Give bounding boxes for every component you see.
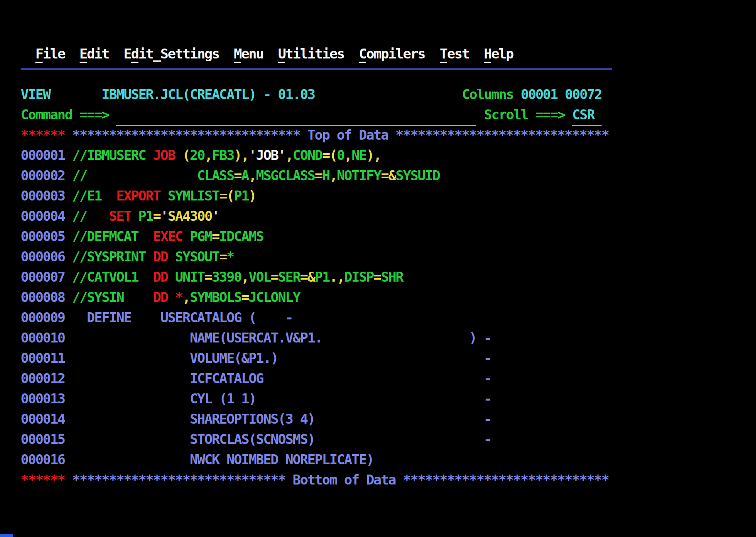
code-token[interactable]: EXEC: [153, 228, 183, 244]
code-token[interactable]: =: [241, 289, 248, 305]
menu-item-test[interactable]: Test: [440, 46, 469, 63]
line-content[interactable]: // SET P1='SA4300': [72, 206, 219, 226]
line-number[interactable]: 000001: [21, 145, 65, 165]
code-token[interactable]: JOB: [153, 147, 175, 163]
code-token[interactable]: ,: [344, 147, 351, 163]
code-token[interactable]: 20: [190, 147, 205, 163]
mnemonic-underline[interactable]: H: [484, 46, 491, 63]
line-content[interactable]: NAME(USERCAT.V&P1. ) -: [72, 328, 491, 348]
line-content[interactable]: //SYSIN DD *,SYMBOLS=JCLONLY: [72, 287, 300, 307]
line-content[interactable]: VOLUME(&P1.) -: [72, 348, 491, 368]
code-token[interactable]: SYMLIST: [160, 188, 219, 204]
code-token[interactable]: ': [249, 147, 256, 163]
code-token[interactable]: CLASS: [197, 167, 234, 183]
code-token[interactable]: ,: [182, 289, 189, 305]
code-token[interactable]: =: [153, 208, 160, 224]
code-token[interactable]: =: [374, 269, 381, 285]
line-content[interactable]: //E1 EXPORT SYMLIST=(P1): [72, 186, 256, 206]
code-token[interactable]: JOB: [256, 147, 278, 163]
line-number[interactable]: 000010: [21, 328, 65, 348]
line-content[interactable]: NWCK NOIMBED NOREPLICATE): [72, 449, 373, 470]
code-token[interactable]: UNIT: [168, 269, 204, 285]
code-token[interactable]: =: [205, 269, 212, 285]
code-token[interactable]: SA4300: [168, 208, 212, 224]
scroll-value-field[interactable]: CSR: [572, 105, 602, 126]
code-token[interactable]: 3390: [212, 269, 241, 285]
code-token[interactable]: EXPORT: [116, 188, 160, 204]
line-number[interactable]: 000008: [21, 287, 65, 307]
code-token[interactable]: =: [219, 249, 226, 265]
line-content[interactable]: STORCLAS(SCNOSMS) -: [72, 429, 491, 449]
menu-item-edit[interactable]: Edit: [80, 46, 109, 63]
line-number[interactable]: 000014: [21, 409, 65, 429]
code-token[interactable]: (: [226, 188, 234, 204]
line-number[interactable]: 000005: [21, 226, 65, 247]
code-token[interactable]: //: [72, 167, 197, 183]
code-token[interactable]: //IBMUSERC: [72, 147, 153, 163]
code-token[interactable]: SER: [278, 269, 300, 285]
code-token[interactable]: VOLUME(&P1.) -: [72, 350, 491, 366]
code-token[interactable]: ),: [366, 147, 381, 163]
mnemonic-underline[interactable]: E: [80, 46, 87, 63]
code-token[interactable]: NAME(USERCAT.V&P1. ) -: [72, 330, 491, 346]
code-token[interactable]: =: [381, 167, 388, 183]
code-token[interactable]: ,: [241, 269, 248, 285]
code-token[interactable]: ),: [234, 147, 249, 163]
code-token[interactable]: IDCAMS: [219, 228, 263, 244]
line-content[interactable]: //DEFMCAT EXEC PGM=IDCAMS: [72, 226, 263, 247]
code-token[interactable]: (: [329, 147, 337, 163]
code-token[interactable]: ': [278, 147, 285, 163]
code-token[interactable]: =: [212, 228, 219, 244]
line-number[interactable]: 000009: [21, 307, 65, 328]
code-token[interactable]: //: [72, 208, 109, 224]
code-token[interactable]: [168, 289, 175, 305]
code-token[interactable]: DD: [153, 249, 168, 265]
code-token[interactable]: FB3: [212, 147, 234, 163]
mnemonic-underline[interactable]: C: [359, 46, 366, 63]
code-token[interactable]: PGM: [182, 228, 212, 244]
code-token[interactable]: //DEFMCAT: [72, 228, 153, 244]
code-token[interactable]: *: [175, 289, 182, 305]
line-content[interactable]: DEFINE USERCATALOG ( -: [72, 307, 292, 328]
line-number[interactable]: 000002: [21, 165, 65, 186]
code-token[interactable]: DEFINE USERCATALOG ( -: [72, 309, 292, 325]
code-token[interactable]: //SYSIN: [72, 289, 153, 305]
line-content[interactable]: ICFCATALOG -: [72, 368, 491, 389]
code-token[interactable]: DD: [153, 269, 168, 285]
mnemonic-underline[interactable]: U: [278, 46, 285, 63]
code-token[interactable]: DISP: [344, 269, 374, 285]
code-token[interactable]: =: [234, 167, 241, 183]
menu-item-edit-settings[interactable]: Edit_Settings: [124, 46, 219, 63]
code-token[interactable]: ': [160, 208, 168, 224]
mnemonic-underline[interactable]: d: [131, 46, 138, 63]
line-content[interactable]: //CATVOL1 DD UNIT=3390,VOL=SER=&P1.,DISP…: [72, 267, 403, 287]
code-token[interactable]: =: [271, 269, 278, 285]
line-number[interactable]: 000011: [21, 348, 65, 368]
code-token[interactable]: H: [322, 167, 329, 183]
code-token[interactable]: (: [182, 147, 189, 163]
code-token[interactable]: =: [300, 269, 307, 285]
line-content[interactable]: CYL (1 1) -: [72, 389, 491, 409]
code-token[interactable]: P1: [315, 269, 329, 285]
menu-item-utilities[interactable]: Utilities: [278, 46, 344, 63]
code-token[interactable]: CYL (1 1) -: [72, 391, 491, 407]
code-token[interactable]: =: [322, 147, 329, 163]
code-token[interactable]: SYSOUT: [168, 249, 219, 265]
line-number[interactable]: 000016: [21, 449, 65, 470]
code-token[interactable]: SHAREOPTIONS(3 4) -: [72, 411, 491, 427]
code-token[interactable]: NWCK NOIMBED NOREPLICATE): [72, 451, 373, 467]
code-token[interactable]: ,: [249, 167, 256, 183]
code-token[interactable]: MSGCLASS: [256, 167, 315, 183]
code-token[interactable]: =: [219, 188, 226, 204]
menu-item-menu[interactable]: Menu: [234, 46, 263, 63]
code-token[interactable]: P1: [131, 208, 153, 224]
code-token[interactable]: NOTIFY: [337, 167, 381, 183]
code-token[interactable]: DD: [153, 289, 168, 305]
mnemonic-underline[interactable]: F: [35, 46, 43, 63]
code-token[interactable]: ): [249, 188, 256, 204]
line-content[interactable]: // CLASS=A,MSGCLASS=H,NOTIFY=&SYSUID: [72, 165, 440, 186]
code-token[interactable]: ,: [285, 147, 292, 163]
line-content[interactable]: SHAREOPTIONS(3 4) -: [72, 409, 491, 429]
line-content[interactable]: //SYSPRINT DD SYSOUT=*: [72, 247, 234, 267]
line-number[interactable]: 000013: [21, 389, 65, 409]
